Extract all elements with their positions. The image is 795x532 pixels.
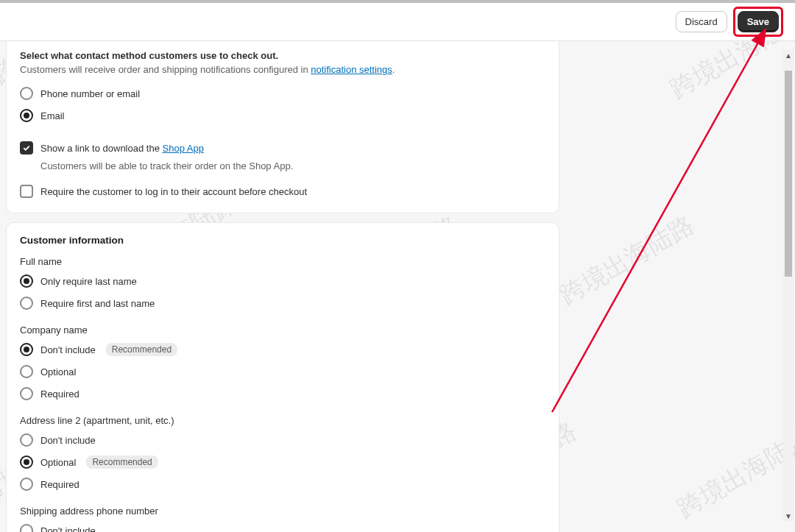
contact-subtext-suffix: . (392, 64, 395, 75)
recommended-badge: Recommended (106, 343, 177, 356)
option-label: Optional (40, 366, 76, 377)
require-login-label: Require the customer to log in to their … (40, 186, 307, 197)
option-label: Don't include (40, 435, 96, 446)
radio-icon (20, 274, 33, 288)
company-dont-include[interactable]: Don't include Recommended (20, 338, 545, 361)
settings-page: Select what contact method customers use… (0, 41, 795, 532)
radio-icon (20, 524, 33, 532)
fullname-only-last[interactable]: Only require last name (20, 270, 545, 292)
shop-app-link[interactable]: Shop App (163, 143, 204, 154)
shipphone-heading: Shipping address phone number (20, 506, 545, 517)
recommended-badge: Recommended (86, 455, 158, 469)
checkbox-icon (20, 185, 33, 198)
contact-subtext-prefix: Customers will receive order and shippin… (20, 64, 311, 75)
radio-icon (20, 478, 33, 491)
radio-icon (20, 365, 33, 378)
scroll-up-icon[interactable]: ▲ (783, 50, 794, 60)
checkbox-shop-app[interactable]: Show a link to download the Shop App (20, 137, 545, 159)
option-label: Required (40, 389, 80, 400)
notification-settings-link[interactable]: notification settings (311, 64, 392, 75)
radio-icon (20, 455, 33, 469)
contact-subtext: Customers will receive order and shippin… (20, 64, 545, 75)
fullname-heading: Full name (20, 256, 545, 267)
shop-app-prefix: Show a link to download the (40, 143, 163, 154)
address2-heading: Address line 2 (apartment, unit, etc.) (20, 415, 545, 426)
option-label: Require first and last name (40, 298, 155, 309)
option-email[interactable]: Email (20, 104, 545, 127)
discard-button[interactable]: Discard (676, 11, 727, 32)
radio-icon (20, 297, 33, 310)
save-button[interactable]: Save (738, 11, 779, 32)
option-label: Phone number or email (40, 88, 140, 99)
address2-dont-include[interactable]: Don't include (20, 429, 545, 451)
shop-app-note: Customers will be able to track their or… (40, 160, 545, 171)
checkbox-require-login[interactable]: Require the customer to log in to their … (20, 180, 545, 202)
contact-heading: Select what contact method customers use… (20, 50, 545, 61)
option-label: Don't include (40, 344, 96, 355)
option-label: Required (40, 479, 80, 490)
option-phone-or-email[interactable]: Phone number or email (20, 82, 545, 104)
top-bar: Discard Save (0, 0, 795, 41)
scrollbar-track[interactable]: ▲ ▼ (783, 50, 794, 521)
scroll-down-icon[interactable]: ▼ (783, 511, 794, 521)
company-required[interactable]: Required (20, 383, 545, 405)
option-label: Email (40, 110, 65, 121)
company-optional[interactable]: Optional (20, 361, 545, 383)
radio-icon (20, 387, 33, 400)
radio-icon (20, 433, 33, 447)
checkbox-icon (20, 141, 33, 155)
contact-method-card: Select what contact method customers use… (6, 41, 559, 213)
customer-info-title: Customer information (20, 235, 545, 246)
shop-app-label: Show a link to download the Shop App (40, 143, 204, 154)
address2-required[interactable]: Required (20, 473, 545, 495)
save-button-highlight: Save (733, 7, 783, 37)
fullname-first-and-last[interactable]: Require first and last name (20, 292, 545, 314)
address2-optional[interactable]: Optional Recommended (20, 451, 545, 473)
option-label: Only require last name (40, 276, 137, 287)
option-label: Optional (40, 457, 76, 468)
customer-information-card: Customer information Full name Only requ… (6, 222, 559, 532)
company-heading: Company name (20, 324, 545, 336)
option-label: Don't include (40, 525, 96, 533)
scrollbar-thumb[interactable] (785, 71, 792, 277)
radio-icon (20, 87, 33, 100)
shipphone-dont-include[interactable]: Don't include (20, 519, 545, 532)
radio-icon (20, 343, 33, 356)
radio-icon (20, 109, 33, 122)
